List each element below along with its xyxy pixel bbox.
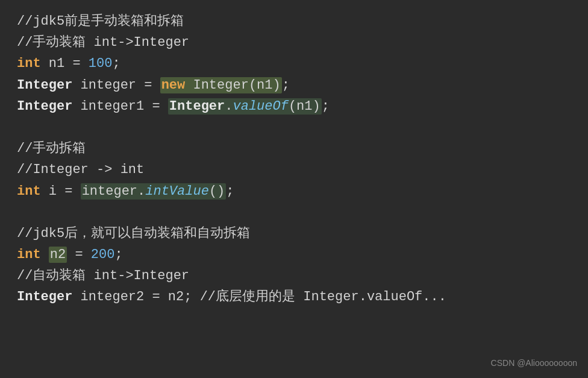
code-line-4: Integer integer = new Integer(n1); [17,75,571,96]
num-200: 200 [91,247,115,262]
highlight-new-integer: new Integer(n1) [160,77,282,93]
highlight-intvalue: integer.intValue() [81,183,227,200]
code-line-empty-2 [17,202,571,223]
code-line-13: //自动装箱 int->Integer [17,265,571,286]
code-line-8: //Integer -> int [17,159,571,180]
var-n1: n1 = [41,56,89,71]
code-line-14: Integer integer2 = n2; //底层使用的是 Integer.… [17,286,571,307]
code-line-9: int i = integer.intValue(); [17,181,571,202]
code-line-5: Integer integer1 = Integer.valueOf(n1); [17,96,571,117]
highlight-n2: n2 [49,247,67,263]
keyword-int-2: int [17,184,41,199]
type-integer1: Integer [17,99,72,114]
highlight-valueof: Integer.valueOf(n1) [168,98,322,115]
type-integer2: Integer [17,289,72,304]
code-block: //jdk5前是手动装箱和拆箱 //手动装箱 int->Integer int … [17,11,571,308]
code-line-3: int n1 = 100; [17,53,571,74]
keyword-int: int [17,56,41,71]
code-line-12: int n2 = 200; [17,244,571,265]
inline-comment: //底层使用的是 Integer.valueOf... [200,289,446,304]
watermark: CSDN @Alioooooooon [491,356,577,370]
code-line-7: //手动拆箱 [17,138,571,159]
keyword-int-3: int [17,247,41,262]
code-line-2: //手动装箱 int->Integer [17,32,571,53]
num-100: 100 [89,56,113,71]
code-line-1: //jdk5前是手动装箱和拆箱 [17,11,571,32]
type-integer: Integer [17,78,72,93]
code-line-empty-1 [17,117,571,138]
code-line-11: //jdk5后，就可以自动装箱和自动拆箱 [17,223,571,244]
